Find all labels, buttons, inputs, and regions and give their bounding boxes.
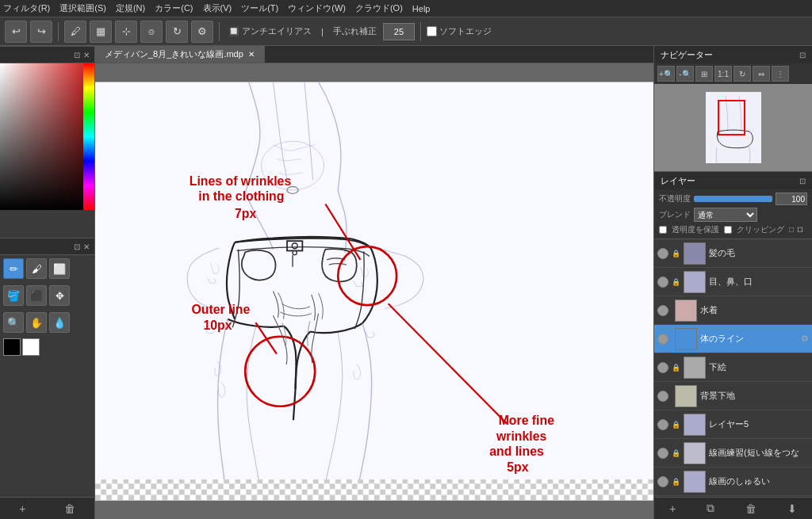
- menu-view[interactable]: 表示(V): [203, 2, 232, 14]
- stabilizer-input[interactable]: [383, 23, 415, 40]
- tool-panel-dock-icon[interactable]: ⊡: [74, 242, 80, 251]
- soft-edge-checkbox[interactable]: [427, 26, 437, 36]
- canvas-container[interactable]: Lines of wrinkles in the clothing 7px Ou…: [95, 63, 653, 519]
- brush-tool-button[interactable]: 🖊: [64, 21, 86, 43]
- navigator-dock-icon[interactable]: ⊡: [799, 51, 806, 59]
- menu-help[interactable]: Help: [412, 4, 431, 13]
- background-swatch[interactable]: [22, 338, 40, 356]
- layer-visibility-toggle[interactable]: [657, 305, 668, 316]
- tab-close-icon[interactable]: ✕: [248, 50, 255, 59]
- trash-left-btn[interactable]: 🗑: [59, 502, 80, 515]
- tool-panel-close-icon[interactable]: ✕: [83, 242, 90, 251]
- transform-button[interactable]: ⊹: [115, 21, 137, 43]
- menu-color[interactable]: カラー(C): [155, 2, 193, 14]
- svg-text:Outer line: Outer line: [191, 303, 250, 316]
- color-picker-area[interactable]: [0, 63, 94, 238]
- layer-visibility-toggle[interactable]: [657, 419, 668, 430]
- nav-zoom-in-button[interactable]: +🔍: [657, 66, 675, 82]
- bucket-button[interactable]: 🪣: [3, 285, 24, 306]
- opacity-input[interactable]: [776, 193, 807, 205]
- menu-cloud[interactable]: クラウド(O): [355, 2, 403, 14]
- undo-button[interactable]: ↩: [5, 21, 27, 43]
- nav-fit-button[interactable]: ⊞: [695, 66, 713, 82]
- layer-item[interactable]: 水着: [654, 296, 812, 325]
- panel-header-icons: ⊡ ✕: [74, 51, 90, 59]
- clipping-checkbox[interactable]: [724, 226, 732, 234]
- navigator-preview[interactable]: [654, 84, 812, 171]
- pen-tool-button[interactable]: ✏: [3, 258, 24, 279]
- foreground-swatch[interactable]: [3, 338, 21, 356]
- layer-visibility-toggle[interactable]: [657, 391, 668, 402]
- layer-visibility-toggle[interactable]: [657, 334, 668, 345]
- eyedropper-button[interactable]: 💧: [49, 312, 70, 333]
- color-gradient-bg[interactable]: [0, 63, 94, 210]
- zoom-button[interactable]: 🔍: [3, 312, 24, 333]
- layer-lock-icon[interactable]: 🔒: [672, 449, 680, 457]
- tool-row-1: ✏ 🖌 ⬜: [0, 255, 94, 282]
- menu-window[interactable]: ウィンドウ(W): [288, 2, 346, 14]
- new-layer-button[interactable]: +: [665, 502, 680, 515]
- redo-button[interactable]: ↪: [30, 21, 52, 43]
- layer-thumbnail: [684, 271, 706, 293]
- layer-lock-icon[interactable]: 🔒: [672, 421, 680, 429]
- layer-options-row: 透明度を保護 クリッピング □ ロ: [659, 224, 807, 235]
- nav-flip-button[interactable]: ⇔: [753, 66, 770, 82]
- menu-tool[interactable]: ツール(T): [241, 2, 278, 14]
- layer-lock-icon[interactable]: 🔒: [672, 278, 680, 286]
- nav-100-button[interactable]: 1:1: [714, 66, 732, 82]
- nav-zoom-out-button[interactable]: -🔍: [676, 66, 694, 82]
- menu-ruler[interactable]: 定規(N): [116, 2, 145, 14]
- opacity-slider[interactable]: [694, 196, 772, 202]
- hue-slider[interactable]: [83, 63, 94, 210]
- color-black-overlay: [0, 63, 94, 210]
- copy-layer-button[interactable]: ⧉: [702, 502, 719, 515]
- move-button[interactable]: ✥: [49, 285, 70, 306]
- layer-item[interactable]: 🔒髪の毛: [654, 239, 812, 268]
- layer-visibility-toggle[interactable]: [657, 476, 668, 487]
- nav-options-button[interactable]: ⋮: [772, 66, 789, 82]
- preserve-opacity-checkbox[interactable]: [659, 226, 667, 234]
- layer-name-label: 下絵: [709, 361, 809, 373]
- brush-round-button[interactable]: 🖌: [26, 258, 47, 279]
- layer-lock-icon[interactable]: 🔒: [672, 364, 680, 372]
- rotate-button[interactable]: ↻: [166, 21, 188, 43]
- grid-button[interactable]: ▦: [90, 21, 112, 43]
- menu-select[interactable]: 選択範囲(S): [59, 2, 106, 14]
- delete-layer-button[interactable]: 🗑: [741, 502, 761, 515]
- canvas-tab[interactable]: メディバン_8月_きれいな線画.mdp ✕: [95, 46, 265, 63]
- nav-rotate-cw-button[interactable]: ↻: [733, 66, 751, 82]
- settings-button[interactable]: ⚙: [191, 21, 213, 43]
- panel-dock-icon[interactable]: ⊡: [74, 51, 80, 59]
- layer-controls: 不透明度 ブレンド 通常 透明度を保護 クリッピング □ ロ: [654, 189, 812, 239]
- layer-lock-icon[interactable]: 🔒: [672, 250, 680, 258]
- layer-item[interactable]: 背景下地: [654, 382, 812, 410]
- layer-item[interactable]: 🔒線画のしゅるい: [654, 467, 812, 496]
- color-saturation-field[interactable]: [0, 63, 94, 210]
- layer-dock-icon[interactable]: ⊡: [799, 177, 806, 185]
- navigator-thumbnail: [706, 92, 761, 163]
- layer-settings-icon[interactable]: ⚙: [801, 334, 809, 344]
- blend-row: ブレンド 通常: [659, 208, 807, 222]
- layer-item[interactable]: 🔒レイヤー5: [654, 410, 812, 439]
- select-rect-button[interactable]: ⬛: [26, 285, 47, 306]
- layer-visibility-toggle[interactable]: [657, 277, 668, 288]
- hand-button[interactable]: ✋: [26, 312, 47, 333]
- layer-lock-icon[interactable]: 🔒: [672, 478, 680, 486]
- menu-filter[interactable]: フィルタ(R): [3, 2, 50, 14]
- svg-text:5px: 5px: [507, 460, 528, 474]
- toolbar-separator-2: [219, 22, 220, 41]
- add-layer-left-btn[interactable]: +: [14, 502, 30, 515]
- merge-layer-button[interactable]: ⬇: [783, 502, 802, 515]
- panel-close-icon[interactable]: ✕: [83, 51, 90, 59]
- layer-visibility-toggle[interactable]: [657, 248, 668, 259]
- layer-item[interactable]: 🔒線画練習(短い線をつな: [654, 439, 812, 467]
- layer-visibility-toggle[interactable]: [657, 448, 668, 459]
- layer-visibility-toggle[interactable]: [657, 362, 668, 373]
- eraser-button[interactable]: ⬜: [49, 258, 70, 279]
- layer-item[interactable]: 🔒下絵: [654, 353, 812, 382]
- layer-item[interactable]: 🔒目、鼻、口: [654, 268, 812, 296]
- lasso-button[interactable]: ⌾: [140, 21, 163, 43]
- blend-select[interactable]: 通常: [694, 208, 757, 222]
- layer-item[interactable]: 体のライン⚙: [654, 325, 812, 353]
- layer-thumbnail: [684, 442, 706, 464]
